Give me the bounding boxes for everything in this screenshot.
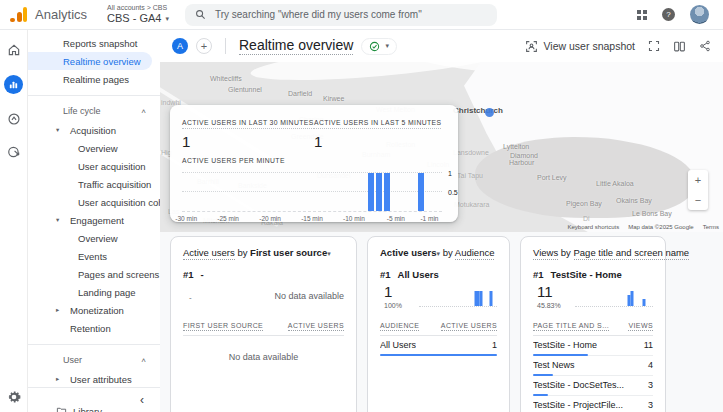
view-user-snapshot-label: View user snapshot xyxy=(544,40,635,52)
metric-selector[interactable]: Views xyxy=(533,247,558,260)
sidebar-item-traffic-acquisition[interactable]: Traffic acquisition xyxy=(28,175,160,193)
sidebar-item-label: User acquisition xyxy=(78,161,146,172)
map-place-label: Diamond xyxy=(510,152,538,159)
chart-x-axis: -30 min-25 min-20 min-15 min-10 min-5 mi… xyxy=(182,215,442,225)
sidebar-item-overview[interactable]: Overview xyxy=(28,139,160,157)
sidebar-item-pages-and-screens[interactable]: Pages and screens xyxy=(28,265,160,283)
row-label: All Users xyxy=(380,340,416,350)
compare-reports-icon[interactable] xyxy=(673,40,686,53)
map-place-label: Lyttelton xyxy=(503,143,529,150)
sidebar-divider xyxy=(28,95,160,96)
apps-grid-icon[interactable] xyxy=(637,10,647,20)
sidebar-item-engagement[interactable]: ▾Engagement xyxy=(28,211,160,229)
report-status-badge[interactable]: ▾ xyxy=(361,38,397,55)
map-place-label: Darfield xyxy=(288,90,312,97)
collapse-arrow-icon[interactable]: ▾ xyxy=(56,216,70,224)
analytics-logo-icon[interactable] xyxy=(10,7,28,22)
explore-icon[interactable] xyxy=(6,111,22,127)
collapse-section-icon[interactable]: ˄ xyxy=(141,356,146,365)
share-icon[interactable] xyxy=(699,40,711,52)
sidebar-item-label: Overview xyxy=(78,143,118,154)
comparison-chip[interactable]: A xyxy=(172,38,188,54)
report-toolbar: A + Realtime overview ▾ View user snapsh… xyxy=(160,30,723,62)
report-nav-sidebar: Reports snapshotRealtime overviewRealtim… xyxy=(28,30,160,412)
map-zoom-out-button[interactable]: − xyxy=(695,195,701,206)
expand-arrow-icon[interactable]: ▸ xyxy=(56,306,70,314)
chart-gridline xyxy=(182,191,442,192)
sidebar-item-monetization[interactable]: ▸Monetization xyxy=(28,301,160,319)
active-user-map-marker xyxy=(485,108,494,117)
search-placeholder: Try searching "where did my users come f… xyxy=(215,9,422,20)
map-zoom-in-button[interactable]: + xyxy=(695,175,701,186)
column-header-dimension: PAGE TITLE AND S... xyxy=(533,322,609,331)
map-place-label: Lansdowne xyxy=(453,149,489,156)
property-selector[interactable]: All accounts > CBS CBS - GA4 ▾ xyxy=(107,4,169,25)
dimension-selector[interactable]: Page title and screen name xyxy=(574,247,690,260)
active-users-30min-value: 1 xyxy=(182,133,314,150)
dimension-selector[interactable]: Audience xyxy=(455,247,495,260)
help-icon[interactable]: ? xyxy=(662,8,675,21)
map-terms-link[interactable]: Terms xyxy=(703,224,719,230)
sidebar-item-reports-snapshot[interactable]: Reports snapshot xyxy=(28,34,160,52)
chart-gridline xyxy=(182,172,442,173)
dimension-selector[interactable]: First user source xyxy=(250,247,327,258)
title-by: by xyxy=(443,247,453,258)
advertising-icon[interactable] xyxy=(6,144,22,160)
sidebar-item-label: Engagement xyxy=(70,215,124,226)
column-header-metric: VIEWS xyxy=(628,322,653,331)
chart-y-axis: 10.5 xyxy=(448,170,468,212)
metric-selector[interactable]: Active users xyxy=(183,247,235,260)
active-users-30min-label[interactable]: ACTIVE USERS IN LAST 30 MINUTES xyxy=(182,119,314,129)
admin-gear-icon[interactable] xyxy=(7,390,21,404)
sidebar-item-label: Retention xyxy=(70,323,111,334)
add-comparison-button[interactable]: + xyxy=(196,38,212,54)
view-user-snapshot-button[interactable]: View user snapshot xyxy=(525,40,635,53)
sidebar-item-overview[interactable]: Overview xyxy=(28,229,160,247)
sidebar-item-retention[interactable]: Retention xyxy=(28,319,160,337)
rank-label: #1 xyxy=(380,269,391,280)
active-users-per-minute-label: ACTIVE USERS PER MINUTE xyxy=(182,157,285,166)
sidebar-item-acquisition[interactable]: ▾Acquisition xyxy=(28,121,160,139)
sidebar-item-user-acquisition-cohorts[interactable]: User acquisition cohorts xyxy=(28,193,160,211)
column-header-dimension: FIRST USER SOURCE xyxy=(183,322,263,331)
chevron-down-icon: ▾ xyxy=(385,42,389,50)
sidebar-item-realtime-overview[interactable]: Realtime overview xyxy=(28,52,152,70)
sidebar-item-realtime-pages[interactable]: Realtime pages xyxy=(28,70,160,88)
active-users-5min-label[interactable]: ACTIVE USERS IN LAST 5 MINUTES xyxy=(314,119,441,129)
sidebar-item-events[interactable]: Events xyxy=(28,247,160,265)
metric-selector[interactable]: Active users xyxy=(380,247,437,258)
sidebar-item-user-attributes[interactable]: ▸User attributes xyxy=(28,370,160,388)
fullscreen-icon[interactable] xyxy=(648,40,660,52)
home-icon[interactable] xyxy=(6,42,22,58)
card-active-users-by-first-user-source: Active users by First user source▾ #1 - … xyxy=(170,236,357,412)
map-zoom-control: + − xyxy=(688,170,708,210)
row-value: 3 xyxy=(648,400,653,410)
avatar[interactable] xyxy=(690,5,709,24)
collapse-arrow-icon[interactable]: ▾ xyxy=(56,126,70,134)
reports-icon[interactable] xyxy=(4,75,23,94)
map-place-label: Whitecliffs xyxy=(210,75,242,82)
row-label: TestSite - DocSetTes... xyxy=(533,380,624,390)
realtime-summary-card: ACTIVE USERS IN LAST 30 MINUTES 1 ACTIVE… xyxy=(170,105,458,222)
realtime-geo-map[interactable]: WhitecliffsGlentunnelDarfieldKirweeWest … xyxy=(160,62,723,232)
page-title[interactable]: Realtime overview xyxy=(239,37,353,55)
expand-arrow-icon[interactable]: ▸ xyxy=(56,375,70,383)
map-place-label: Christchurch xyxy=(453,106,503,115)
collapse-section-icon[interactable]: ˄ xyxy=(141,107,146,116)
map-place-label: Di xyxy=(583,215,590,222)
collapse-sidebar-icon[interactable]: ‹ xyxy=(140,393,144,407)
search-input[interactable]: Try searching "where did my users come f… xyxy=(185,4,497,26)
sidebar-item-label: Overview xyxy=(78,233,118,244)
realtime-cards-row: Active users by First user source▾ #1 - … xyxy=(160,232,723,412)
map-place-label: Le Bons Bay xyxy=(632,210,672,217)
views-sparkline xyxy=(575,290,653,307)
y-tick-label: 1 xyxy=(448,169,452,176)
sidebar-item-label: Traffic acquisition xyxy=(78,179,151,190)
rank-label: #1 xyxy=(533,269,544,280)
sidebar-item-label: Monetization xyxy=(70,305,124,316)
sidebar-item-user-acquisition[interactable]: User acquisition xyxy=(28,157,160,175)
sidebar-item-landing-page[interactable]: Landing page xyxy=(28,283,160,301)
map-place-label: Kirwee xyxy=(323,95,344,102)
map-keyboard-shortcuts-link[interactable]: Keyboard shortcuts xyxy=(567,224,619,230)
x-tick-label: -1 min xyxy=(420,215,438,222)
